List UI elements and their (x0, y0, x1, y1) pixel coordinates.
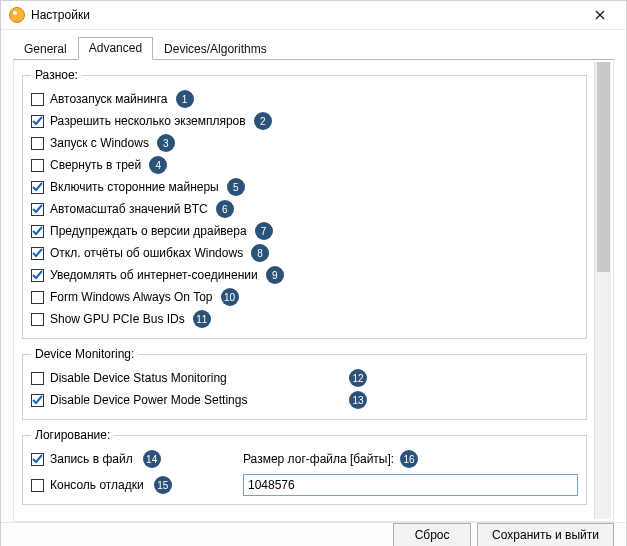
logging-debug-console-row: Консоль отладки 15 (31, 474, 231, 496)
settings-window: Настройки General Advanced Devices/Algor… (0, 0, 627, 546)
input-log-size[interactable] (243, 474, 578, 496)
close-button[interactable] (580, 1, 620, 29)
badge-14: 14 (143, 450, 161, 468)
dialog-footer: Сброс Сохранить и выйти (1, 522, 626, 546)
checkbox-write-file[interactable] (31, 453, 44, 466)
checkbox-label: Уведомлять об интернет-соединении (50, 268, 258, 282)
logging-size-input-cell (243, 474, 578, 496)
group-logging-legend: Логирование: (31, 428, 114, 442)
badge-4: 4 (149, 156, 167, 174)
checkbox-label: Свернуть в трей (50, 158, 141, 172)
list-item: Уведомлять об интернет-соединении9 (31, 264, 578, 286)
save-exit-button[interactable]: Сохранить и выйти (477, 523, 614, 546)
list-item: Disable Device Power Mode Settings13 (31, 389, 578, 411)
badge-6: 6 (216, 200, 234, 218)
checkbox[interactable] (31, 313, 44, 326)
scrollbar-thumb[interactable] (597, 62, 610, 272)
tabs-container: General Advanced Devices/Algorithms Разн… (1, 30, 626, 522)
list-item: Разрешить несколько экземпляров2 (31, 110, 578, 132)
list-item: Show GPU PCIe Bus IDs11 (31, 308, 578, 330)
tab-advanced[interactable]: Advanced (78, 37, 153, 60)
badge-3: 3 (157, 134, 175, 152)
badge-13: 13 (349, 391, 367, 409)
group-misc: Разное: Автозапуск майнинга1Разрешить не… (22, 68, 587, 339)
checkbox[interactable] (31, 115, 44, 128)
checkbox-label: Запуск с Windows (50, 136, 149, 150)
checkbox-label: Разрешить несколько экземпляров (50, 114, 246, 128)
checkbox[interactable] (31, 291, 44, 304)
scrollbar[interactable] (594, 62, 611, 519)
badge-2: 2 (254, 112, 272, 130)
checkbox-label: Form Windows Always On Top (50, 290, 213, 304)
checkbox[interactable] (31, 394, 44, 407)
list-item: Включить сторонние майнеры5 (31, 176, 578, 198)
checkbox[interactable] (31, 225, 44, 238)
checkbox-label: Автозапуск майнинга (50, 92, 168, 106)
badge-8: 8 (251, 244, 269, 262)
checkbox[interactable] (31, 247, 44, 260)
logging-size-label-cell: Размер лог-файла [байты]: 16 (243, 448, 578, 470)
checkbox[interactable] (31, 159, 44, 172)
badge-9: 9 (266, 266, 284, 284)
titlebar: Настройки (1, 1, 626, 30)
list-item: Откл. отчёты об ошибках Windows8 (31, 242, 578, 264)
app-icon (9, 7, 25, 23)
checkbox[interactable] (31, 93, 44, 106)
badge-12: 12 (349, 369, 367, 387)
group-devmon-legend: Device Monitoring: (31, 347, 138, 361)
checkbox-label: Включить сторонние майнеры (50, 180, 219, 194)
badge-7: 7 (255, 222, 273, 240)
group-device-monitoring: Device Monitoring: Disable Device Status… (22, 347, 587, 420)
checkbox[interactable] (31, 203, 44, 216)
close-icon (595, 10, 605, 20)
tab-content: Разное: Автозапуск майнинга1Разрешить не… (13, 60, 614, 522)
window-title: Настройки (31, 8, 580, 22)
label-debug-console: Консоль отладки (50, 478, 144, 492)
checkbox-label: Откл. отчёты об ошибках Windows (50, 246, 243, 260)
checkbox[interactable] (31, 269, 44, 282)
list-item: Автомасштаб значений BTC6 (31, 198, 578, 220)
checkbox-debug-console[interactable] (31, 479, 44, 492)
checkbox[interactable] (31, 372, 44, 385)
list-item: Disable Device Status Monitoring12 (31, 367, 578, 389)
logging-write-file-row: Запись в файл 14 (31, 448, 231, 470)
badge-10: 10 (221, 288, 239, 306)
tab-devices[interactable]: Devices/Algorithms (153, 38, 278, 60)
list-item: Свернуть в трей4 (31, 154, 578, 176)
badge-16: 16 (400, 450, 418, 468)
label-write-file: Запись в файл (50, 452, 133, 466)
checkbox[interactable] (31, 181, 44, 194)
list-item: Предупреждать о версии драйвера7 (31, 220, 578, 242)
tabs: General Advanced Devices/Algorithms (13, 36, 614, 60)
list-item: Запуск с Windows3 (31, 132, 578, 154)
reset-button[interactable]: Сброс (393, 523, 471, 546)
label-log-size: Размер лог-файла [байты]: (243, 452, 394, 466)
group-logging: Логирование: Запись в файл 14 Размер лог… (22, 428, 587, 505)
list-item: Form Windows Always On Top10 (31, 286, 578, 308)
checkbox[interactable] (31, 137, 44, 150)
checkbox-label: Автомасштаб значений BTC (50, 202, 208, 216)
badge-5: 5 (227, 178, 245, 196)
badge-11: 11 (193, 310, 211, 328)
badge-1: 1 (176, 90, 194, 108)
checkbox-label: Show GPU PCIe Bus IDs (50, 312, 185, 326)
list-item: Автозапуск майнинга1 (31, 88, 578, 110)
tab-general[interactable]: General (13, 38, 78, 60)
badge-15: 15 (154, 476, 172, 494)
checkbox-label: Disable Device Status Monitoring (50, 371, 227, 385)
checkbox-label: Предупреждать о версии драйвера (50, 224, 247, 238)
checkbox-label: Disable Device Power Mode Settings (50, 393, 247, 407)
group-misc-legend: Разное: (31, 68, 82, 82)
